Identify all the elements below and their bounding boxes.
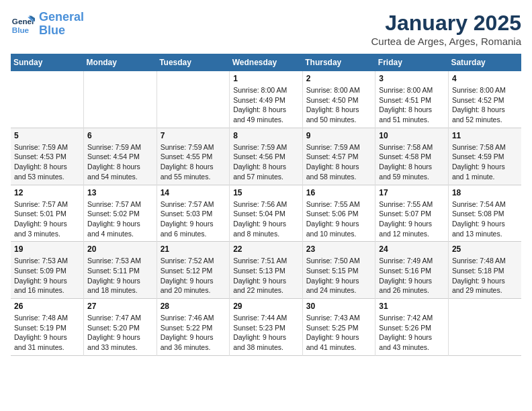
day-number: 28: [161, 302, 226, 311]
day-cell: 23Sunrise: 7:50 AM Sunset: 5:15 PM Dayli…: [302, 242, 375, 299]
day-info: Sunrise: 7:47 AM Sunset: 5:20 PM Dayligh…: [87, 313, 153, 353]
day-number: 17: [379, 188, 445, 197]
day-number: 25: [452, 244, 518, 254]
day-number: 29: [233, 302, 299, 311]
day-info: Sunrise: 7:51 AM Sunset: 5:13 PM Dayligh…: [233, 256, 299, 295]
day-number: 30: [306, 302, 372, 311]
header-sunday: Sunday: [11, 54, 84, 71]
day-info: Sunrise: 7:57 AM Sunset: 5:02 PM Dayligh…: [87, 199, 153, 239]
day-cell: 22Sunrise: 7:51 AM Sunset: 5:13 PM Dayli…: [230, 242, 303, 299]
day-info: Sunrise: 7:48 AM Sunset: 5:19 PM Dayligh…: [14, 313, 80, 353]
day-info: Sunrise: 7:55 AM Sunset: 5:07 PM Dayligh…: [379, 199, 445, 239]
day-cell: 3Sunrise: 8:00 AM Sunset: 4:51 PM Daylig…: [375, 71, 449, 128]
header-monday: Monday: [84, 54, 157, 71]
day-cell: 18Sunrise: 7:54 AM Sunset: 5:08 PM Dayli…: [448, 185, 521, 242]
week-row-2: 5Sunrise: 7:59 AM Sunset: 4:53 PM Daylig…: [11, 128, 521, 185]
day-info: Sunrise: 7:56 AM Sunset: 5:04 PM Dayligh…: [233, 199, 299, 239]
day-number: 1: [233, 74, 299, 83]
day-cell: 20Sunrise: 7:53 AM Sunset: 5:11 PM Dayli…: [84, 242, 157, 299]
day-number: 31: [379, 302, 445, 311]
day-number: 16: [306, 188, 372, 197]
day-info: Sunrise: 8:00 AM Sunset: 4:51 PM Dayligh…: [379, 85, 445, 125]
day-info: Sunrise: 7:52 AM Sunset: 5:12 PM Dayligh…: [161, 256, 226, 295]
day-info: Sunrise: 7:44 AM Sunset: 5:23 PM Dayligh…: [233, 313, 299, 353]
day-info: Sunrise: 7:49 AM Sunset: 5:16 PM Dayligh…: [379, 256, 445, 295]
day-cell: 8Sunrise: 7:59 AM Sunset: 4:56 PM Daylig…: [230, 128, 303, 185]
week-row-5: 26Sunrise: 7:48 AM Sunset: 5:19 PM Dayli…: [11, 299, 521, 356]
day-number: 10: [379, 131, 445, 140]
calendar-subtitle: Curtea de Arges, Arges, Romania: [371, 36, 521, 47]
day-info: Sunrise: 7:59 AM Sunset: 4:57 PM Dayligh…: [306, 142, 372, 182]
day-cell: 29Sunrise: 7:44 AM Sunset: 5:23 PM Dayli…: [230, 299, 303, 356]
week-row-1: 1Sunrise: 8:00 AM Sunset: 4:49 PM Daylig…: [11, 71, 521, 128]
day-number: 22: [233, 244, 299, 254]
day-info: Sunrise: 7:59 AM Sunset: 4:55 PM Dayligh…: [161, 142, 226, 182]
day-info: Sunrise: 7:53 AM Sunset: 5:09 PM Dayligh…: [14, 256, 80, 295]
page-header: General Blue General Blue January 2025 C…: [11, 11, 521, 47]
header-saturday: Saturday: [448, 54, 521, 71]
day-cell: 13Sunrise: 7:57 AM Sunset: 5:02 PM Dayli…: [84, 185, 157, 242]
day-number: 23: [306, 244, 372, 254]
day-number: 14: [161, 188, 226, 197]
day-info: Sunrise: 7:50 AM Sunset: 5:15 PM Dayligh…: [306, 256, 372, 295]
day-number: 4: [452, 74, 518, 83]
day-info: Sunrise: 8:00 AM Sunset: 4:52 PM Dayligh…: [452, 85, 518, 125]
week-row-4: 19Sunrise: 7:53 AM Sunset: 5:09 PM Dayli…: [11, 242, 521, 299]
day-number: 6: [87, 131, 153, 140]
day-cell: 31Sunrise: 7:42 AM Sunset: 5:26 PM Dayli…: [375, 299, 449, 356]
day-number: 20: [87, 244, 153, 254]
day-cell: 11Sunrise: 7:58 AM Sunset: 4:59 PM Dayli…: [448, 128, 521, 185]
calendar-table: SundayMondayTuesdayWednesdayThursdayFrid…: [11, 54, 521, 356]
day-info: Sunrise: 7:59 AM Sunset: 4:53 PM Dayligh…: [14, 142, 80, 182]
day-info: Sunrise: 7:58 AM Sunset: 4:58 PM Dayligh…: [379, 142, 445, 182]
day-info: Sunrise: 7:57 AM Sunset: 5:03 PM Dayligh…: [161, 199, 226, 239]
svg-text:Blue: Blue: [12, 25, 30, 34]
day-cell: 16Sunrise: 7:55 AM Sunset: 5:06 PM Dayli…: [302, 185, 375, 242]
logo: General Blue General Blue: [11, 11, 84, 38]
day-cell: 21Sunrise: 7:52 AM Sunset: 5:12 PM Dayli…: [157, 242, 230, 299]
day-info: Sunrise: 7:46 AM Sunset: 5:22 PM Dayligh…: [161, 313, 226, 353]
day-cell: 26Sunrise: 7:48 AM Sunset: 5:19 PM Dayli…: [11, 299, 84, 356]
day-number: 9: [306, 131, 372, 140]
logo-blue: Blue: [39, 24, 65, 37]
day-number: 2: [306, 74, 372, 83]
day-cell: 25Sunrise: 7:48 AM Sunset: 5:18 PM Dayli…: [448, 242, 521, 299]
calendar-header-row: SundayMondayTuesdayWednesdayThursdayFrid…: [11, 54, 521, 71]
day-info: Sunrise: 8:00 AM Sunset: 4:50 PM Dayligh…: [306, 85, 372, 125]
day-number: 21: [161, 244, 226, 254]
day-cell: [448, 299, 521, 356]
day-cell: 4Sunrise: 8:00 AM Sunset: 4:52 PM Daylig…: [448, 71, 521, 128]
logo-text: General Blue: [39, 11, 84, 38]
day-number: 11: [452, 131, 518, 140]
day-info: Sunrise: 7:57 AM Sunset: 5:01 PM Dayligh…: [14, 199, 80, 239]
day-cell: 24Sunrise: 7:49 AM Sunset: 5:16 PM Dayli…: [375, 242, 449, 299]
day-cell: 14Sunrise: 7:57 AM Sunset: 5:03 PM Dayli…: [157, 185, 230, 242]
calendar-title: January 2025: [371, 11, 521, 36]
title-block: January 2025 Curtea de Arges, Arges, Rom…: [371, 11, 521, 47]
day-cell: 17Sunrise: 7:55 AM Sunset: 5:07 PM Dayli…: [375, 185, 449, 242]
day-cell: [157, 71, 230, 128]
day-cell: 9Sunrise: 7:59 AM Sunset: 4:57 PM Daylig…: [302, 128, 375, 185]
day-number: 8: [233, 131, 299, 140]
day-info: Sunrise: 7:58 AM Sunset: 4:59 PM Dayligh…: [452, 142, 518, 182]
day-number: 26: [14, 302, 80, 311]
day-info: Sunrise: 7:48 AM Sunset: 5:18 PM Dayligh…: [452, 256, 518, 295]
day-cell: 7Sunrise: 7:59 AM Sunset: 4:55 PM Daylig…: [157, 128, 230, 185]
day-info: Sunrise: 7:53 AM Sunset: 5:11 PM Dayligh…: [87, 256, 153, 295]
day-number: 24: [379, 244, 445, 254]
day-info: Sunrise: 7:55 AM Sunset: 5:06 PM Dayligh…: [306, 199, 372, 239]
day-cell: 28Sunrise: 7:46 AM Sunset: 5:22 PM Dayli…: [157, 299, 230, 356]
day-cell: 19Sunrise: 7:53 AM Sunset: 5:09 PM Dayli…: [11, 242, 84, 299]
day-cell: 15Sunrise: 7:56 AM Sunset: 5:04 PM Dayli…: [230, 185, 303, 242]
day-cell: 10Sunrise: 7:58 AM Sunset: 4:58 PM Dayli…: [375, 128, 449, 185]
header-friday: Friday: [375, 54, 449, 71]
day-info: Sunrise: 8:00 AM Sunset: 4:49 PM Dayligh…: [233, 85, 299, 125]
day-number: 27: [87, 302, 153, 311]
day-cell: 30Sunrise: 7:43 AM Sunset: 5:25 PM Dayli…: [302, 299, 375, 356]
week-row-3: 12Sunrise: 7:57 AM Sunset: 5:01 PM Dayli…: [11, 185, 521, 242]
day-cell: 5Sunrise: 7:59 AM Sunset: 4:53 PM Daylig…: [11, 128, 84, 185]
day-cell: 12Sunrise: 7:57 AM Sunset: 5:01 PM Dayli…: [11, 185, 84, 242]
day-number: 3: [379, 74, 445, 83]
day-cell: [84, 71, 157, 128]
day-number: 18: [452, 188, 518, 197]
